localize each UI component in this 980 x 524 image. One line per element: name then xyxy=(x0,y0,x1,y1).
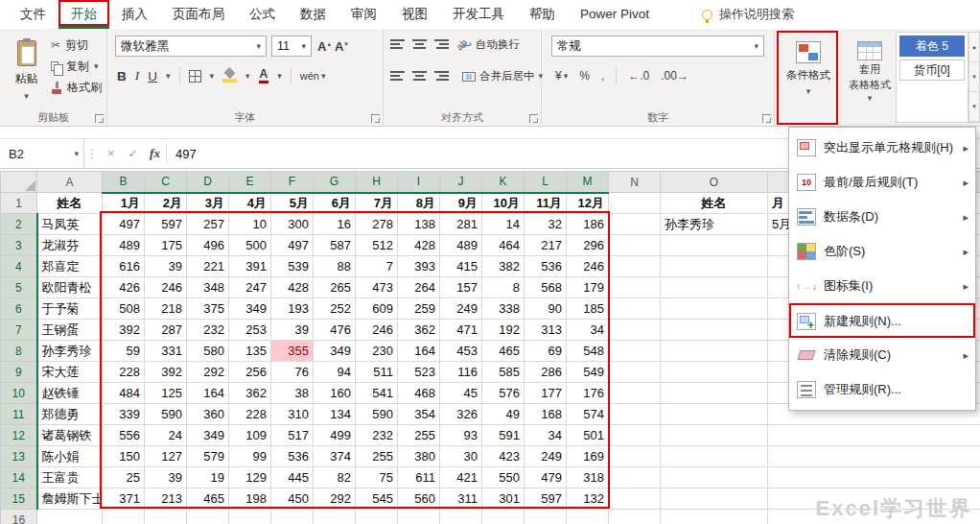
cell-E12[interactable]: 109 xyxy=(229,425,271,446)
cell-C13[interactable]: 127 xyxy=(145,446,187,467)
increase-font-size-button[interactable]: A▴ xyxy=(317,39,331,54)
cell-row16[interactable] xyxy=(271,510,314,524)
cell-H8[interactable]: 230 xyxy=(356,341,398,362)
cell-F15[interactable]: 450 xyxy=(271,488,314,510)
cell-B10[interactable]: 484 xyxy=(103,383,145,404)
cell-F1[interactable]: 5月 xyxy=(271,193,314,214)
cell-D14[interactable]: 19 xyxy=(187,467,229,488)
cell-B11[interactable]: 339 xyxy=(103,404,145,425)
cell-M4[interactable]: 246 xyxy=(567,256,609,277)
cell-M15[interactable]: 132 xyxy=(567,488,609,510)
cell-O11[interactable] xyxy=(661,404,768,425)
column-header-I[interactable]: I xyxy=(398,172,440,193)
accounting-format-button[interactable]: ¥ ▾ xyxy=(555,69,568,83)
cell-I8[interactable]: 164 xyxy=(398,341,440,362)
cell-L9[interactable]: 286 xyxy=(525,362,567,383)
cell-I3[interactable]: 428 xyxy=(398,235,440,256)
cell-I14[interactable]: 611 xyxy=(398,467,440,488)
column-header-N[interactable]: N xyxy=(609,172,661,193)
cell-J4[interactable]: 415 xyxy=(440,256,482,277)
cell-K12[interactable]: 591 xyxy=(482,425,525,446)
cell-E4[interactable]: 391 xyxy=(229,256,271,277)
cell-row16[interactable] xyxy=(525,510,567,524)
cell-L15[interactable]: 597 xyxy=(525,488,567,510)
cell-E9[interactable]: 256 xyxy=(229,362,271,383)
cell-J10[interactable]: 45 xyxy=(440,383,482,404)
menu-item-top-bottom-rules[interactable]: 10最前/最后规则(T)▸ xyxy=(789,165,975,200)
cell-J12[interactable]: 93 xyxy=(440,425,482,446)
cell-F8[interactable]: 355 xyxy=(271,341,314,362)
cell-M14[interactable]: 318 xyxy=(567,467,609,488)
cell-L4[interactable]: 536 xyxy=(525,256,567,277)
cell-F10[interactable]: 38 xyxy=(271,383,314,404)
cell-J13[interactable]: 30 xyxy=(440,446,482,467)
cell-D15[interactable]: 465 xyxy=(187,488,229,510)
cell-H1[interactable]: 7月 xyxy=(356,193,398,214)
tab-view[interactable]: 视图 xyxy=(389,0,440,29)
cell-C5[interactable]: 246 xyxy=(145,277,187,298)
menu-item-manage-rules[interactable]: 管理规则(R)... xyxy=(789,372,975,407)
cell-row16[interactable] xyxy=(356,510,398,524)
decrease-decimal-button[interactable]: .00→ xyxy=(661,69,688,83)
cell-P12[interactable] xyxy=(768,425,980,446)
tab-help[interactable]: 帮助 xyxy=(517,0,568,29)
cell-P13[interactable] xyxy=(768,446,980,467)
cell-C8[interactable]: 331 xyxy=(145,341,187,362)
cell-D3[interactable]: 496 xyxy=(187,235,229,256)
cell-M1[interactable]: 12月 xyxy=(567,193,609,214)
cell-K13[interactable]: 423 xyxy=(482,446,525,467)
cell-F12[interactable]: 517 xyxy=(271,425,314,446)
cell-H14[interactable]: 75 xyxy=(356,467,398,488)
cell-G6[interactable]: 252 xyxy=(314,298,356,320)
cell-O10[interactable] xyxy=(661,383,768,404)
row-header-5[interactable]: 5 xyxy=(1,277,37,298)
cell-N8[interactable] xyxy=(609,341,661,362)
cell-A1[interactable]: 姓名 xyxy=(37,193,103,214)
cell-A12[interactable]: 诸葛钢铁 xyxy=(37,425,103,446)
cell-A8[interactable]: 孙李秀珍 xyxy=(37,341,103,362)
cell-G13[interactable]: 374 xyxy=(314,446,356,467)
bottom-align-button[interactable] xyxy=(434,39,449,50)
cell-C12[interactable]: 24 xyxy=(145,425,187,446)
cell-K14[interactable]: 550 xyxy=(482,467,525,488)
cell-I2[interactable]: 138 xyxy=(398,214,440,235)
cell-G14[interactable]: 82 xyxy=(314,467,356,488)
cell-D2[interactable]: 257 xyxy=(187,214,229,235)
cell-H10[interactable]: 541 xyxy=(356,383,398,404)
align-right-button[interactable] xyxy=(434,71,449,82)
tab-review[interactable]: 审阅 xyxy=(338,0,389,29)
cell-A3[interactable]: 龙淑芬 xyxy=(37,235,103,256)
cell-B1[interactable]: 1月 xyxy=(103,193,145,214)
column-header-A[interactable]: A xyxy=(37,172,103,193)
cell-C7[interactable]: 287 xyxy=(145,320,187,341)
increase-decimal-button[interactable]: ←.0 xyxy=(628,69,649,83)
cell-row16[interactable] xyxy=(145,510,187,524)
cell-J11[interactable]: 326 xyxy=(440,404,482,425)
cell-K15[interactable]: 301 xyxy=(482,488,525,510)
cell-O5[interactable] xyxy=(661,277,768,298)
cell-G2[interactable]: 16 xyxy=(314,214,356,235)
alignment-dialog-launcher[interactable] xyxy=(529,114,538,123)
cell-O6[interactable] xyxy=(661,298,768,320)
cell-D11[interactable]: 360 xyxy=(187,404,229,425)
cell-E3[interactable]: 500 xyxy=(229,235,271,256)
cell-C9[interactable]: 392 xyxy=(145,362,187,383)
cell-H2[interactable]: 278 xyxy=(356,214,398,235)
column-header-J[interactable]: J xyxy=(440,172,482,193)
row-header-8[interactable]: 8 xyxy=(1,341,37,362)
cell-G4[interactable]: 88 xyxy=(314,256,356,277)
align-left-button[interactable] xyxy=(390,71,405,82)
cell-C1[interactable]: 2月 xyxy=(145,193,187,214)
style-chip-1[interactable]: 着色 5 xyxy=(899,36,965,57)
bold-button[interactable]: B xyxy=(117,69,127,83)
row-header-13[interactable]: 13 xyxy=(1,446,37,467)
cell-I9[interactable]: 523 xyxy=(398,362,440,383)
cell-M10[interactable]: 176 xyxy=(567,383,609,404)
font-size-combo[interactable]: 11 ▾ xyxy=(271,36,312,57)
menu-item-icon-sets[interactable]: ↑→↓图标集(I)▸ xyxy=(789,269,975,303)
tab-formulas[interactable]: 公式 xyxy=(237,0,288,29)
middle-align-button[interactable] xyxy=(412,39,427,50)
cell-C3[interactable]: 175 xyxy=(145,235,187,256)
cell-B5[interactable]: 426 xyxy=(103,277,145,298)
cell-O13[interactable] xyxy=(661,446,768,467)
